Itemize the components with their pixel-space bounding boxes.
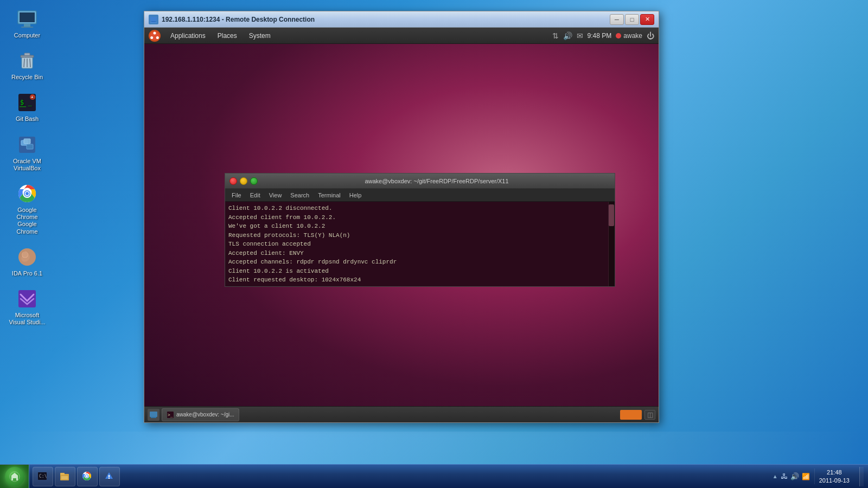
terminal-maximize-button[interactable] [250,177,258,185]
svg-text:$ _: $ _ [20,99,32,106]
terminal-window: awake@vboxdev: ~/git/FreeRDP/FreeRDP/ser… [225,173,615,287]
svg-rect-49 [108,478,110,479]
ubuntu-mail-icon[interactable]: ✉ [577,31,583,40]
desktop-shine [0,432,868,464]
rdp-maximize-button[interactable]: □ [625,14,639,25]
ubuntu-clock[interactable]: 9:48 PM [588,32,612,40]
ubuntu-power-icon[interactable]: ⏻ [647,31,654,40]
desktop-icon-google-chrome[interactable]: Google Chrome Google Chrome [5,180,49,238]
terminal-menu-bar: File Edit View Search Terminal Help [225,189,615,202]
ubuntu-user-menu[interactable]: awake [616,32,642,40]
ubuntu-panel-right: ⇅ 🔊 ✉ 9:48 PM awake ⏻ [552,31,654,40]
svg-text:+: + [31,95,34,100]
svg-rect-29 [150,22,157,23]
cmd-icon: C:\ [37,471,48,482]
desktop-icon-git-bash[interactable]: $ _ + Git Bash [5,89,49,125]
ubuntu-taskbar-icon [148,409,159,421]
ubuntu-taskbar-terminal-button[interactable]: >_ awake@vboxdev: ~/gi... [162,408,239,421]
terminal-minimize-button[interactable] [240,177,247,185]
desktop-icon-vs[interactable]: Microsoft Visual Studi... [5,285,49,329]
svg-text:>_: >_ [168,413,173,418]
rdp-minimize-button[interactable]: ─ [610,14,624,25]
terminal-output: Client 10.0.2.2 disconnected. Accepted c… [228,204,611,285]
svg-rect-1 [20,12,35,22]
ubuntu-menu-bar: Applications Places System [165,31,276,41]
terminal-scroll-thumb[interactable] [609,204,614,226]
svg-point-46 [86,475,88,477]
svg-rect-17 [27,144,33,149]
desktop-icon-virtualbox[interactable]: Oracle VM VirtualBox [5,131,49,175]
clock-date: 2011-09-13 [819,477,850,484]
terminal-menu-view[interactable]: View [265,189,286,201]
taskbar-btn-installer[interactable] [99,467,120,486]
terminal-title: awake@vboxdev: ~/git/FreeRDP/FreeRDP/ser… [263,178,610,184]
windows-desktop: Computer Recycle Bin $ _ [0,0,868,488]
ubuntu-panel: Applications Places System ⇅ 🔊 ✉ 9:48 PM… [144,28,659,44]
terminal-close-button[interactable] [229,177,237,185]
terminal-content-area[interactable]: Client 10.0.2.2 disconnected. Accepted c… [225,202,615,286]
chrome-taskbar-icon [82,471,93,482]
svg-line-9 [30,59,30,67]
systray-expand-button[interactable]: ▲ [773,473,778,479]
start-orb-icon [5,467,24,486]
svg-point-33 [150,36,153,39]
svg-line-7 [24,59,24,67]
systray-area: ▲ 🖧 🔊 📶 [773,472,810,480]
desktop-icon-recycle-bin[interactable]: Recycle Bin [5,47,49,84]
ubuntu-taskbar-orange-btn[interactable] [620,410,642,420]
svg-rect-42 [60,473,65,475]
windows-taskbar: C:\ [0,464,868,488]
terminal-titlebar: awake@vboxdev: ~/git/FreeRDP/FreeRDP/ser… [225,174,615,189]
desktop-icon-ida-pro[interactable]: IDA Pro 6.1 [5,243,49,280]
svg-point-32 [156,36,159,39]
taskbar-btn-cmd[interactable]: C:\ [33,467,53,486]
svg-rect-28 [151,21,156,22]
ubuntu-username: awake [623,32,642,40]
systray-network-icon[interactable]: 🖧 [781,472,788,480]
rdp-titlebar: 192.168.1.110:1234 - Remote Desktop Conn… [144,11,659,28]
taskbar-clock[interactable]: 21:48 2011-09-13 [814,468,854,484]
start-button[interactable] [0,465,29,489]
clock-time: 21:48 [819,468,850,476]
ubuntu-menu-applications[interactable]: Applications [165,31,211,41]
show-desktop-button[interactable] [859,467,864,486]
terminal-menu-edit[interactable]: Edit [246,189,265,201]
taskbar-btn-chrome[interactable] [77,467,98,486]
ubuntu-taskbar: >_ awake@vboxdev: ~/gi... ◫ [144,406,659,422]
svg-rect-6 [24,53,30,55]
taskbar-button-area: C:\ [29,465,123,488]
ubuntu-taskbar-right: ◫ [620,410,655,420]
terminal-menu-file[interactable]: File [227,189,246,201]
ubuntu-menu-places[interactable]: Places [212,31,242,41]
ubuntu-taskbar-end-btn[interactable]: ◫ [644,410,655,420]
taskbar-btn-explorer[interactable] [55,467,75,486]
terminal-menu-help[interactable]: Help [345,189,366,201]
ubuntu-desktop: Applications Places System ⇅ 🔊 ✉ 9:48 PM… [144,28,659,422]
rdp-window: 192.168.1.110:1234 - Remote Desktop Conn… [144,11,659,423]
terminal-menu-terminal[interactable]: Terminal [314,189,345,201]
ubuntu-logo-icon[interactable] [149,30,161,42]
ubuntu-menu-system[interactable]: System [244,31,276,41]
svg-rect-18 [24,139,30,144]
explorer-icon [60,471,71,482]
ubuntu-network-icon[interactable]: ⇅ [552,31,559,40]
desktop-icon-area: Computer Recycle Bin $ _ [5,5,49,329]
svg-rect-43 [61,476,68,479]
svg-rect-35 [151,417,156,418]
systray-speaker-icon[interactable]: 📶 [802,473,810,480]
rdp-close-button[interactable]: ✕ [640,14,654,25]
rdp-icon [149,15,158,24]
svg-rect-2 [24,24,30,27]
ubuntu-volume-icon[interactable]: 🔊 [563,31,572,40]
systray-volume-icon[interactable]: 🔊 [790,472,799,480]
svg-text:C:\: C:\ [39,474,47,479]
installer-icon [104,471,115,482]
terminal-scrollbar[interactable] [608,202,615,286]
svg-rect-12 [20,106,26,107]
svg-point-31 [154,31,156,34]
svg-rect-3 [21,27,33,28]
svg-rect-27 [150,17,157,21]
desktop-icon-computer[interactable]: Computer [5,5,49,42]
svg-rect-34 [150,412,157,417]
terminal-menu-search[interactable]: Search [286,189,314,201]
